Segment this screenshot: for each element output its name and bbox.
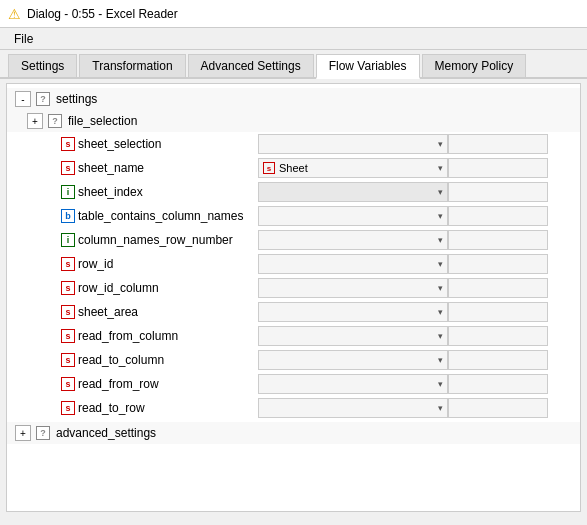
row-id-column-label: row_id_column: [78, 281, 159, 295]
row-id-row: s row_id ▾: [7, 252, 580, 276]
warning-icon: ⚠: [8, 6, 21, 22]
sheet-name-input[interactable]: [448, 158, 548, 178]
advanced-settings-node: + ? advanced_settings: [7, 422, 580, 444]
read-to-row-row: s read_to_row ▾: [7, 396, 580, 420]
read-from-col-arrow: ▾: [438, 331, 443, 341]
row-id-column-arrow: ▾: [438, 283, 443, 293]
row-id-input[interactable]: [448, 254, 548, 274]
menu-bar: File: [0, 28, 587, 50]
sheet-index-dropdown-arrow: ▾: [438, 187, 443, 197]
sheet-name-type: s: [61, 161, 75, 175]
table-contains-dropdown[interactable]: ▾: [258, 206, 448, 226]
row-id-column-input[interactable]: [448, 278, 548, 298]
read-from-row-arrow: ▾: [438, 379, 443, 389]
settings-type-badge: ?: [36, 92, 50, 106]
table-contains-type: b: [61, 209, 75, 223]
tabs-bar: Settings Transformation Advanced Setting…: [0, 50, 587, 79]
title-bar: ⚠ Dialog - 0:55 - Excel Reader: [0, 0, 587, 28]
sheet-area-dropdown[interactable]: ▾: [258, 302, 448, 322]
read-to-row-input[interactable]: [448, 398, 548, 418]
read-from-row-row: s read_from_row ▾: [7, 372, 580, 396]
read-to-col-type: s: [61, 353, 75, 367]
row-id-dropdown[interactable]: ▾: [258, 254, 448, 274]
read-from-row-type: s: [61, 377, 75, 391]
table-contains-label: table_contains_column_names: [78, 209, 243, 223]
read-from-col-input[interactable]: [448, 326, 548, 346]
col-names-type: i: [61, 233, 75, 247]
row-id-column-row: s row_id_column ▾: [7, 276, 580, 300]
read-to-row-type: s: [61, 401, 75, 415]
table-contains-input[interactable]: [448, 206, 548, 226]
sheet-area-arrow: ▾: [438, 307, 443, 317]
sheet-index-input[interactable]: [448, 182, 548, 202]
row-id-label: row_id: [78, 257, 113, 271]
menu-file[interactable]: File: [8, 30, 39, 48]
read-from-col-dropdown[interactable]: ▾: [258, 326, 448, 346]
sheet-selection-type: s: [61, 137, 75, 151]
read-to-row-arrow: ▾: [438, 403, 443, 413]
read-from-col-label: read_from_column: [78, 329, 178, 343]
content-area: - ? settings + ? file_selection s sheet_…: [6, 83, 581, 512]
sheet-selection-dropdown[interactable]: ▾: [258, 134, 448, 154]
sheet-area-row: s sheet_area ▾: [7, 300, 580, 324]
sheet-selection-row: s sheet_selection ▾: [7, 132, 580, 156]
advanced-settings-type-badge: ?: [36, 426, 50, 440]
read-to-col-label: read_to_column: [78, 353, 164, 367]
read-from-col-row: s read_from_column ▾: [7, 324, 580, 348]
file-selection-label: file_selection: [68, 114, 137, 128]
col-names-arrow: ▾: [438, 235, 443, 245]
sheet-selection-label: sheet_selection: [78, 137, 161, 151]
row-id-column-dropdown[interactable]: ▾: [258, 278, 448, 298]
tab-memory-policy[interactable]: Memory Policy: [422, 54, 527, 77]
row-id-column-type: s: [61, 281, 75, 295]
sheet-index-dropdown[interactable]: ▾: [258, 182, 448, 202]
sheet-name-row: s sheet_name s Sheet ▾: [7, 156, 580, 180]
col-names-dropdown[interactable]: ▾: [258, 230, 448, 250]
sheet-selection-dropdown-arrow: ▾: [438, 139, 443, 149]
tree-root: - ? settings + ? file_selection s sheet_…: [7, 84, 580, 448]
read-to-row-dropdown[interactable]: ▾: [258, 398, 448, 418]
sheet-name-label: sheet_name: [78, 161, 144, 175]
tab-advanced-settings[interactable]: Advanced Settings: [188, 54, 314, 77]
tab-settings[interactable]: Settings: [8, 54, 77, 77]
read-from-col-type: s: [61, 329, 75, 343]
table-contains-arrow: ▾: [438, 211, 443, 221]
sheet-index-row: i sheet_index ▾: [7, 180, 580, 204]
col-names-row: i column_names_row_number ▾: [7, 228, 580, 252]
col-names-input[interactable]: [448, 230, 548, 250]
tab-transformation[interactable]: Transformation: [79, 54, 185, 77]
sheet-name-dropdown-arrow: ▾: [438, 163, 443, 173]
row-id-type: s: [61, 257, 75, 271]
read-to-col-dropdown[interactable]: ▾: [258, 350, 448, 370]
sheet-area-input[interactable]: [448, 302, 548, 322]
sheet-index-type: i: [61, 185, 75, 199]
read-to-row-label: read_to_row: [78, 401, 145, 415]
advanced-settings-label: advanced_settings: [56, 426, 156, 440]
title-text: Dialog - 0:55 - Excel Reader: [27, 7, 178, 21]
read-to-col-arrow: ▾: [438, 355, 443, 365]
settings-node: - ? settings: [7, 88, 580, 110]
col-names-label: column_names_row_number: [78, 233, 233, 247]
sheet-selection-input[interactable]: [448, 134, 548, 154]
table-contains-row: b table_contains_column_names ▾: [7, 204, 580, 228]
settings-expand-btn[interactable]: -: [15, 91, 31, 107]
read-from-row-dropdown[interactable]: ▾: [258, 374, 448, 394]
file-selection-node: + ? file_selection: [7, 110, 580, 132]
tab-flow-variables[interactable]: Flow Variables: [316, 54, 420, 79]
sheet-name-dropdown[interactable]: s Sheet ▾: [258, 158, 448, 178]
sheet-name-value-badge: s: [263, 162, 275, 174]
sheet-index-label: sheet_index: [78, 185, 143, 199]
advanced-settings-expand-btn[interactable]: +: [15, 425, 31, 441]
sheet-area-type: s: [61, 305, 75, 319]
row-id-arrow: ▾: [438, 259, 443, 269]
read-to-col-input[interactable]: [448, 350, 548, 370]
read-from-row-input[interactable]: [448, 374, 548, 394]
file-selection-type-badge: ?: [48, 114, 62, 128]
read-from-row-label: read_from_row: [78, 377, 159, 391]
read-to-col-row: s read_to_column ▾: [7, 348, 580, 372]
settings-label: settings: [56, 92, 97, 106]
file-selection-expand-btn[interactable]: +: [27, 113, 43, 129]
sheet-area-label: sheet_area: [78, 305, 138, 319]
